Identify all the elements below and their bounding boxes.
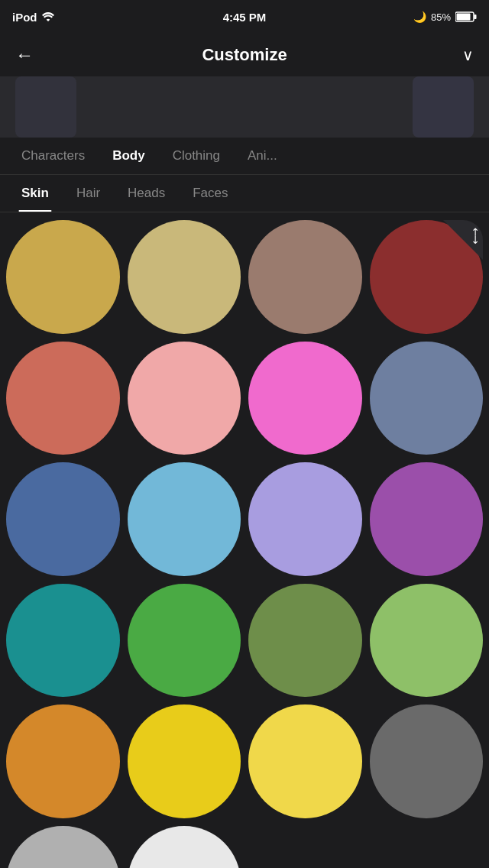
- wifi-icon: [42, 12, 54, 21]
- color-swatch-c17[interactable]: [6, 704, 120, 818]
- sub-tabs: SkinHairHeadsFaces: [0, 175, 489, 212]
- category-tab-body[interactable]: Body: [99, 138, 159, 174]
- color-swatch-c19[interactable]: [248, 704, 362, 818]
- sub-tab-heads[interactable]: Heads: [114, 175, 179, 212]
- color-swatch-c18[interactable]: [128, 704, 241, 818]
- sub-tab-faces[interactable]: Faces: [179, 175, 241, 212]
- color-swatch-c22[interactable]: [128, 826, 241, 869]
- sub-tab-skin[interactable]: Skin: [8, 175, 63, 212]
- color-grid: ↗ ↙: [0, 212, 489, 868]
- color-swatch-c9[interactable]: [6, 462, 120, 576]
- moon-icon: 🌙: [413, 11, 426, 23]
- status-right: 🌙 85%: [413, 11, 477, 23]
- header: ← Customize ∨: [0, 34, 489, 76]
- category-tabs: CharactersBodyClothingAni...: [0, 138, 489, 175]
- svg-rect-1: [457, 14, 471, 21]
- color-swatch-c8[interactable]: [370, 342, 484, 455]
- battery-percent: 85%: [431, 11, 451, 23]
- battery-icon: [455, 11, 477, 22]
- color-swatch-c15[interactable]: [248, 584, 362, 698]
- color-swatch-c12[interactable]: [370, 462, 484, 576]
- color-swatch-c1[interactable]: [6, 220, 120, 334]
- page-title: Customize: [202, 45, 287, 65]
- svg-rect-2: [474, 15, 477, 19]
- color-swatch-c4[interactable]: ↗ ↙: [370, 220, 484, 334]
- color-swatch-c11[interactable]: [248, 462, 362, 576]
- color-swatch-c13[interactable]: [6, 584, 120, 698]
- preview-character-left: [15, 76, 76, 138]
- color-swatch-c6[interactable]: [128, 342, 241, 455]
- color-swatch-c7[interactable]: [248, 342, 362, 455]
- color-swatch-c21[interactable]: [6, 826, 120, 869]
- back-button[interactable]: ←: [15, 44, 34, 66]
- preview-area: [0, 76, 489, 138]
- chevron-down-button[interactable]: ∨: [462, 46, 474, 64]
- color-swatch-c16[interactable]: [370, 584, 484, 698]
- category-tab-animations[interactable]: Ani...: [234, 138, 291, 174]
- preview-character-right: [413, 76, 474, 138]
- expand-arrows-icon: ↗ ↙: [471, 226, 480, 245]
- category-tab-clothing[interactable]: Clothing: [159, 138, 234, 174]
- sub-tab-hair[interactable]: Hair: [63, 175, 114, 212]
- color-swatch-c5[interactable]: [6, 342, 120, 455]
- status-bar: iPod 4:45 PM 🌙 85%: [0, 0, 489, 34]
- status-time: 4:45 PM: [223, 11, 267, 24]
- color-swatch-c3[interactable]: [248, 220, 362, 334]
- color-swatch-c14[interactable]: [128, 584, 241, 698]
- carrier-label: iPod: [12, 11, 37, 24]
- color-swatch-c2[interactable]: [128, 220, 241, 334]
- color-swatch-c10[interactable]: [128, 462, 241, 576]
- category-tab-characters[interactable]: Characters: [8, 138, 99, 174]
- color-swatch-c20[interactable]: [370, 704, 484, 818]
- status-left: iPod: [12, 11, 54, 24]
